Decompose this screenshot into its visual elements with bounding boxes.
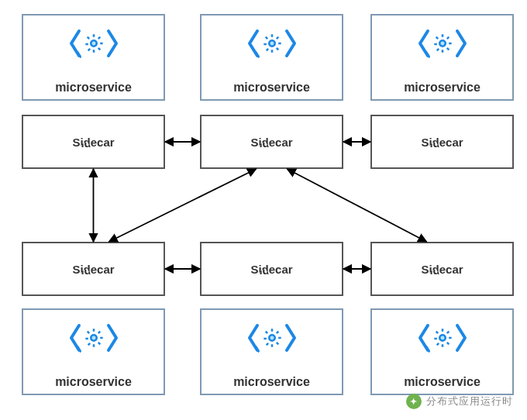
microservice-icon [418,28,467,59]
svg-point-4 [269,335,274,340]
gear-icon [261,327,283,349]
svg-point-0 [91,40,96,46]
svg-point-2 [439,40,445,46]
microservice-label: microservice [23,375,164,389]
angle-right-icon [106,322,119,353]
microservice-box: microservice [370,14,514,101]
angle-left-icon [418,322,430,353]
sidecar-label: Sidecar [202,116,342,167]
gear-icon [261,33,283,54]
microservice-box: microservice [200,308,343,395]
watermark: ✦ 分布式应用运行时 [406,394,513,409]
wechat-icon: ✦ [406,394,422,409]
angle-left-icon [247,28,260,59]
gear-icon [83,33,105,54]
microservice-icon [247,28,297,59]
microservice-box: microservice [22,308,165,395]
sidecar-box: Sidecar [22,242,165,296]
microservice-icon [247,322,297,353]
sidecar-label: Sidecar [23,243,164,294]
angle-left-icon [69,28,81,59]
gear-icon [83,327,105,349]
svg-point-1 [269,40,274,46]
angle-right-icon [455,322,467,353]
angle-right-icon [455,28,467,59]
angle-right-icon [106,28,119,59]
microservice-box: microservice [200,14,343,101]
microservice-box: microservice [22,14,165,101]
microservice-box: microservice [370,308,514,395]
microservice-icon [418,322,467,353]
sidecar-box: Sidecar [200,242,343,296]
microservice-label: microservice [372,375,512,389]
sidecar-label: Sidecar [372,116,512,167]
microservice-label: microservice [372,81,512,95]
sidecar-label: Sidecar [23,116,164,167]
microservice-label: microservice [202,81,342,95]
sidecar-box: Sidecar [22,115,165,169]
angle-right-icon [284,322,297,353]
angle-right-icon [284,28,297,59]
microservice-icon [69,322,119,353]
svg-point-3 [91,335,96,340]
watermark-text: 分布式应用运行时 [426,394,513,408]
gear-icon [432,33,453,54]
sidecar-box: Sidecar [370,115,514,169]
sidecar-box: Sidecar [370,242,514,296]
gear-icon [432,327,453,349]
microservice-icon [69,28,119,59]
sidecar-label: Sidecar [202,243,342,294]
sidecar-label: Sidecar [372,243,512,294]
svg-point-5 [439,335,445,340]
microservice-label: microservice [23,81,164,95]
angle-left-icon [247,322,260,353]
angle-left-icon [418,28,430,59]
angle-left-icon [69,322,81,353]
sidecar-box: Sidecar [200,115,343,169]
microservice-label: microservice [202,375,342,389]
